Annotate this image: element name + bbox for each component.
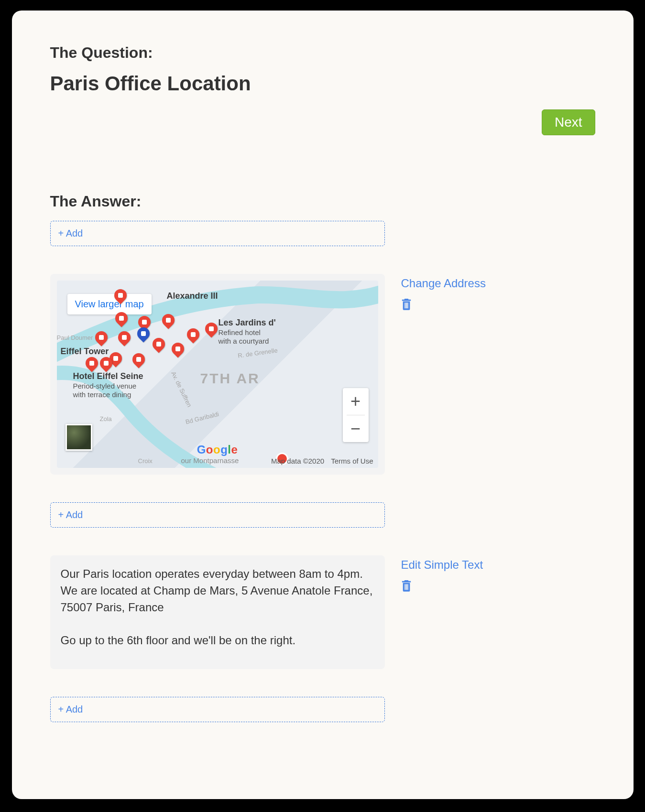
trash-icon[interactable] (401, 579, 412, 592)
map-canvas[interactable]: View larger map Alexandre II (57, 281, 378, 468)
map-district-label: 7TH AR (200, 370, 260, 387)
map-block: View larger map Alexandre II (50, 274, 385, 475)
question-section-label: The Question: (50, 44, 595, 62)
zoom-control: + − (343, 388, 369, 442)
map-pin-icon[interactable] (92, 329, 110, 346)
map-poi-jardins-sub1: Refined hotel (219, 328, 261, 336)
question-title: Paris Office Location (50, 72, 595, 95)
text-block-content[interactable]: Our Paris location operates everyday bet… (57, 562, 378, 662)
map-street-label: Paul Doumer (57, 334, 93, 341)
map-pin-icon[interactable] (150, 336, 167, 353)
zoom-in-button[interactable]: + (343, 388, 369, 415)
edit-text-link[interactable]: Edit Simple Text (401, 558, 483, 572)
map-pin-icon[interactable] (83, 355, 100, 372)
map-terms-link[interactable]: Terms of Use (331, 457, 373, 465)
trash-icon[interactable] (401, 298, 412, 310)
editor-card: The Question: Paris Office Location Next… (12, 11, 634, 799)
map-poi-jardins[interactable]: Les Jardins d' (219, 318, 276, 328)
map-poi-eiffel[interactable]: Eiffel Tower (61, 346, 109, 357)
add-block-button-middle[interactable]: + Add (50, 502, 385, 528)
map-pin-icon[interactable] (115, 329, 133, 346)
map-pin-icon[interactable] (134, 325, 152, 343)
answer-section-label: The Answer: (50, 193, 595, 210)
add-block-button-top[interactable]: + Add (50, 221, 385, 246)
map-poi-montparnasse: our Montparnasse (181, 456, 239, 465)
map-poi-alexandre[interactable]: Alexandre III (167, 291, 218, 301)
map-street-label: Zola (100, 415, 112, 422)
map-street-label: Bd Garibaldi (185, 411, 219, 426)
map-attribution: Map data ©2020 Terms of Use (271, 457, 373, 465)
map-poi-hotel-seine-sub2: with terrace dining (73, 390, 131, 399)
add-block-button-bottom[interactable]: + Add (50, 697, 385, 722)
map-street-label: Av. de Suffren (169, 370, 193, 408)
map-pin-icon[interactable] (184, 326, 202, 344)
map-street-label: R. de Grenelle (237, 346, 278, 359)
map-pin-icon[interactable] (130, 351, 147, 368)
zoom-out-button[interactable]: − (343, 415, 369, 442)
map-street-label: Croix (138, 457, 153, 465)
map-pin-icon[interactable] (159, 312, 177, 329)
change-address-link[interactable]: Change Address (401, 277, 486, 290)
google-logo: Google (197, 443, 238, 456)
map-block-actions: Change Address (401, 274, 486, 475)
map-poi-hotel-seine-sub1: Period-styled venue (73, 382, 137, 390)
next-button[interactable]: Next (542, 109, 595, 135)
map-pin-icon[interactable] (169, 340, 186, 358)
text-block-actions: Edit Simple Text (401, 555, 483, 669)
map-poi-jardins-sub2: with a courtyard (219, 337, 269, 345)
map-data-copyright: Map data ©2020 (271, 457, 324, 465)
text-block: Our Paris location operates everyday bet… (50, 555, 385, 669)
map-poi-hotel-seine[interactable]: Hotel Eiffel Seine (73, 371, 143, 381)
view-larger-map-button[interactable]: View larger map (67, 294, 152, 314)
map-pin-icon[interactable] (202, 320, 220, 338)
map-block-row: View larger map Alexandre II (50, 274, 595, 475)
text-block-row: Our Paris location operates everyday bet… (50, 555, 595, 669)
satellite-toggle-button[interactable] (66, 424, 92, 451)
